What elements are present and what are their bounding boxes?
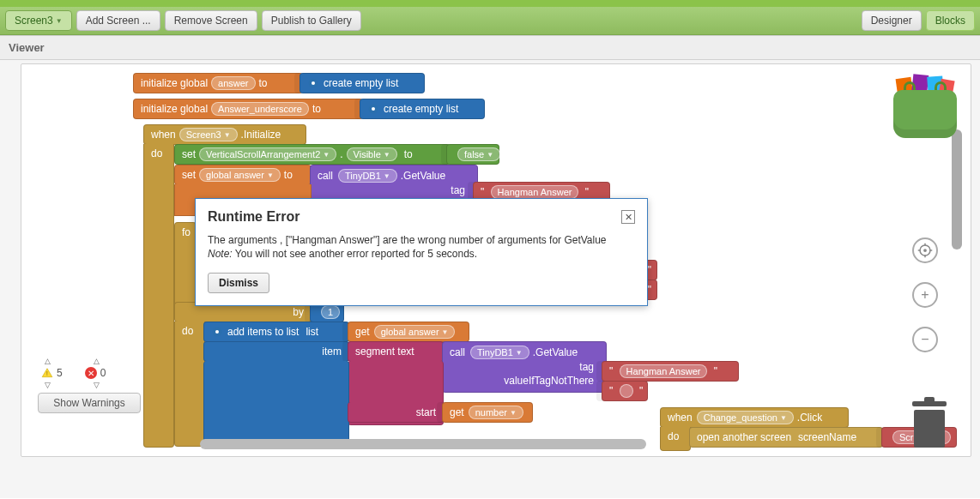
add-screen-button[interactable]: Add Screen ... xyxy=(76,10,160,31)
trash-icon[interactable] xyxy=(910,401,948,448)
remove-screen-button[interactable]: Remove Screen xyxy=(165,10,257,31)
string-value[interactable]: Hangman Answer xyxy=(620,364,708,378)
runtime-error-modal: Runtime Error ✕ The arguments , ["Hangma… xyxy=(195,198,648,306)
label: create empty list xyxy=(384,103,458,115)
designer-tab[interactable]: Designer xyxy=(862,10,922,31)
gear-icon[interactable] xyxy=(211,326,223,338)
screen-selector[interactable]: Screen3▼ xyxy=(5,10,72,31)
string-value[interactable] xyxy=(620,384,633,398)
chevron-up-icon[interactable]: △ xyxy=(94,357,100,365)
label-to: to xyxy=(404,148,413,160)
label-getvalue: .GetValue xyxy=(533,346,578,358)
block-init-global-answer[interactable]: initialize global answer to xyxy=(133,73,303,93)
block-string-empty[interactable]: " " xyxy=(602,381,648,401)
error-count: 0 xyxy=(100,367,106,379)
warnings-panel: △ △ ! 5 ✕ 0 ▽ ▽ Show Warnings xyxy=(38,357,144,413)
block-get-global-answer[interactable]: get global answer▼ xyxy=(348,322,469,342)
block-start-row[interactable]: start xyxy=(348,402,444,423)
dot: . xyxy=(340,148,342,160)
viewer-title-label: Viewer xyxy=(9,41,45,54)
screen-pill[interactable]: Screen3▼ xyxy=(179,128,238,141)
block-open-screen[interactable]: open another screen screenName xyxy=(689,427,883,448)
show-warnings-label: Show Warnings xyxy=(53,397,125,409)
block-segment-text[interactable]: segment text xyxy=(348,341,444,362)
string-value[interactable]: Hangman Answer xyxy=(491,185,579,199)
block-create-empty-list-2[interactable]: create empty list xyxy=(360,99,485,119)
block-string-hangman-2[interactable]: " Hangman Answer " xyxy=(602,361,739,382)
var-name[interactable]: answer xyxy=(211,76,255,90)
block-when-initialize[interactable]: when Screen3▼ .Initialize xyxy=(143,124,306,145)
label-do: do xyxy=(182,325,193,337)
chevron-down-icon: ▼ xyxy=(267,171,274,179)
chevron-down-icon: ▼ xyxy=(510,409,517,417)
gear-icon[interactable] xyxy=(307,77,319,89)
modal-title: Runtime Error xyxy=(208,209,300,225)
stage-wrap: initialize global answer to create empty… xyxy=(0,60,980,498)
block-init-global-answer-underscore[interactable]: initialize global Answer_underscore to xyxy=(133,99,363,119)
zoom-in-button[interactable]: + xyxy=(912,282,938,308)
var-name[interactable]: Answer_underscore xyxy=(211,102,309,116)
backpack-icon[interactable] xyxy=(886,69,964,147)
canvas-controls: + − xyxy=(886,69,964,352)
num[interactable]: 1 xyxy=(321,305,340,319)
zoom-out-button[interactable]: − xyxy=(912,327,938,352)
publish-button[interactable]: Publish to Gallery xyxy=(262,10,361,31)
block-false[interactable]: false▼ xyxy=(446,144,499,165)
chevron-down-icon[interactable]: ▽ xyxy=(45,381,51,389)
block-set-visible[interactable]: set VerticalScrollArrangement2▼ . Visibl… xyxy=(174,144,451,165)
publish-label: Publish to Gallery xyxy=(271,15,352,27)
block-inner-do: do xyxy=(174,322,205,447)
error-icon: ✕ xyxy=(85,367,97,379)
label-sn: screenName xyxy=(798,431,856,443)
chevron-down-icon[interactable]: ▽ xyxy=(94,381,100,389)
label-set: set xyxy=(182,169,196,181)
label-call: call xyxy=(318,170,333,182)
label-set: set xyxy=(182,148,196,160)
var-pill[interactable]: global answer▼ xyxy=(199,168,281,182)
close-icon[interactable]: ✕ xyxy=(621,210,635,224)
tinydb-pill[interactable]: TinyDB1▼ xyxy=(338,169,397,183)
error-badge: ✕ 0 xyxy=(85,367,106,379)
false-pill[interactable]: false▼ xyxy=(457,147,500,161)
chevron-down-icon: ▼ xyxy=(442,328,449,336)
label-to: to xyxy=(312,103,321,115)
chevron-down-icon: ▼ xyxy=(224,131,231,139)
horizontal-scrollbar[interactable] xyxy=(200,439,646,449)
var-pill[interactable]: global answer▼ xyxy=(374,325,456,339)
block-create-empty-list-1[interactable]: create empty list xyxy=(299,73,425,93)
gear-icon[interactable] xyxy=(367,103,379,115)
label-list: list xyxy=(305,326,318,338)
tinydb-pill[interactable]: TinyDB1▼ xyxy=(470,346,529,359)
center-target-icon[interactable] xyxy=(912,237,938,263)
toolbar: Screen3▼ Add Screen ... Remove Screen Pu… xyxy=(0,7,980,35)
label-item: item xyxy=(322,346,342,358)
block-add-items[interactable]: add items to list list xyxy=(203,322,349,342)
var-pill[interactable]: number▼ xyxy=(469,406,523,419)
label-tag: tag xyxy=(451,184,465,196)
block-call-getvalue-2[interactable]: call TinyDB1▼ .GetValue tag valueIfTagNo… xyxy=(442,341,607,393)
label: open another screen xyxy=(697,431,791,443)
chevron-down-icon: ▼ xyxy=(323,151,330,159)
dismiss-label: Dismiss xyxy=(219,277,258,289)
blocks-canvas[interactable]: initialize global answer to create empty… xyxy=(21,63,971,457)
label-do: do xyxy=(668,430,679,442)
screen-selector-label: Screen3 xyxy=(15,15,53,27)
chevron-up-icon[interactable]: △ xyxy=(45,357,51,365)
remove-screen-label: Remove Screen xyxy=(174,15,248,27)
label-click: .Click xyxy=(797,412,822,424)
block-set-global-answer[interactable]: set global answer▼ to xyxy=(174,165,312,185)
block-when-click[interactable]: when Change_question▼ .Click xyxy=(660,407,849,428)
prop-pill[interactable]: Visible▼ xyxy=(347,147,397,161)
component-pill[interactable]: VerticalScrollArrangement2▼ xyxy=(199,147,336,161)
component-pill[interactable]: Change_question▼ xyxy=(697,411,794,424)
blocks-tab[interactable]: Blocks xyxy=(926,10,975,31)
chevron-down-icon: ▼ xyxy=(780,414,787,422)
dismiss-button[interactable]: Dismiss xyxy=(208,273,269,293)
block-get-number[interactable]: get number▼ xyxy=(442,402,533,423)
show-warnings-button[interactable]: Show Warnings xyxy=(38,393,141,413)
label-tag: tag xyxy=(579,361,594,373)
label: segment text xyxy=(355,346,414,358)
label-get: get xyxy=(355,326,370,338)
block-item-row[interactable]: item xyxy=(203,341,349,362)
svg-point-1 xyxy=(312,81,315,85)
